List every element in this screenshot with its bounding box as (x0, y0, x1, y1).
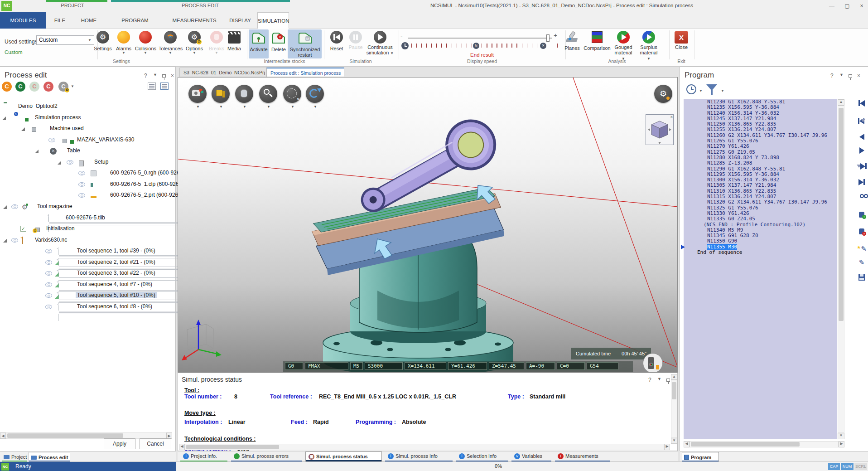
synchronized-restart-button[interactable]: M Synchronized restart (288, 29, 322, 58)
panel-tab-project[interactable]: Project (2, 452, 27, 462)
context-tab-project[interactable]: PROJECT (50, 3, 95, 8)
gcode-line[interactable]: N11340 M5 M9 (684, 228, 837, 233)
context-tab-process-edit[interactable]: PROCESS EDIT (155, 3, 246, 8)
step-forward-icon[interactable] (856, 147, 868, 159)
chevron-down-icon[interactable]: ▼ (657, 377, 661, 381)
tree-item[interactable]: Demo_Optitool2 (0, 101, 176, 112)
tree-item-label[interactable]: Initialisation (46, 225, 75, 232)
tree-item-label[interactable]: Demo_Optitool2 (18, 103, 58, 109)
chevron-down-icon[interactable]: ▼ (313, 105, 317, 109)
view-detail-icon[interactable] (160, 83, 169, 90)
chevron-down-icon[interactable]: ▼ (839, 73, 844, 77)
bottom-tab-project-info-[interactable]: iProject info. (180, 452, 227, 461)
find-in-program-icon[interactable] (856, 193, 868, 204)
tree-item-label[interactable]: MAZAK_VARIAXIS-630 (77, 136, 135, 143)
panel-tab-process-edit[interactable]: Process edit (29, 452, 70, 462)
tree-item[interactable]: Tool sequence 4, tool #7 - (0%) (0, 279, 176, 290)
tree-item[interactable]: Tool sequence 1, tool #39 - (0%) (0, 246, 176, 257)
tree-item[interactable]: Simulation process (0, 112, 176, 123)
surplus-material-button[interactable]: Surplus material ▼ (638, 29, 660, 62)
alarms-button[interactable]: Alarms▼ (113, 29, 134, 55)
planes-button[interactable]: Planes (562, 29, 583, 51)
visibility-eye-icon[interactable] (78, 171, 85, 175)
gcode-line[interactable]: N11325 G1 Y55.076 (684, 205, 837, 211)
visibility-eye-icon[interactable] (45, 271, 52, 276)
tree-item[interactable]: 600-92676-5.tlib (0, 213, 176, 223)
stock-display-icon[interactable] (212, 85, 230, 103)
tolerances-button[interactable]: Tolerances▼ (159, 29, 182, 55)
gcode-line[interactable]: N11285 Z-13.208 (684, 160, 837, 166)
cancel-button[interactable]: Cancel (140, 438, 171, 449)
panel-tab-program[interactable]: Program (682, 452, 719, 462)
tree-item-label[interactable]: Tool magazine (37, 203, 72, 209)
chevron-down-icon[interactable]: ▼ (71, 84, 74, 88)
pin-icon[interactable] (666, 377, 670, 383)
edit-program-icon[interactable]: ✎ (856, 258, 868, 270)
bottom-tab-measurements[interactable]: IMeasurements (555, 452, 610, 461)
visibility-eye-icon[interactable] (45, 293, 52, 298)
expand-arrow-icon[interactable] (2, 117, 6, 120)
tree-item-label[interactable]: Tool sequence 1, tool #39 - (0%) (77, 248, 155, 254)
tree-item[interactable]: Tool sequence 3, tool #22 - (0%) (0, 268, 176, 279)
edit-new-icon[interactable]: ★✎ (856, 245, 868, 257)
tree-item-label[interactable]: Setup (94, 159, 108, 165)
tab-display[interactable]: DISPLAY (223, 12, 257, 29)
tree-item-label[interactable]: 600-92676-5_2.prt (600-92676 (110, 192, 184, 198)
tab-home[interactable]: HOME (73, 12, 104, 29)
chevron-down-icon[interactable]: ▼ (699, 89, 703, 93)
close-icon[interactable]: × (670, 115, 673, 119)
visibility-eye-icon[interactable] (45, 260, 52, 265)
delete-stock-button[interactable]: x Delete (268, 29, 289, 52)
selection-circle-icon[interactable]: ✕ (283, 85, 301, 103)
speed-minus[interactable]: - (400, 32, 403, 39)
bottom-tab-selection-info[interactable]: iSelection info (456, 452, 508, 461)
tree-item-label[interactable]: Machine used (50, 125, 84, 131)
visibility-eye-icon[interactable] (78, 182, 85, 187)
bottom-tab-simul-process-status[interactable]: ▣Simul. process status (305, 452, 382, 461)
scroll-down-button[interactable]: ▼ (671, 438, 677, 444)
help-icon[interactable]: ? (830, 73, 834, 79)
bottom-tab-simul-process-info[interactable]: iSimul. process info (385, 452, 453, 461)
v-scrollbar-thumb[interactable] (839, 108, 844, 321)
scroll-left-button[interactable]: ◀ (0, 432, 6, 439)
h-scrollbar-thumb[interactable] (7, 433, 123, 438)
viewport-3d-scene[interactable]: ✕ ▼ ▼ ▼ ▼ ▼ ▼ ⚙ × (178, 77, 678, 373)
checkbox[interactable]: ✓ (20, 226, 26, 232)
gcode-line[interactable]: N11270 Y61.426 (684, 144, 837, 149)
scroll-left-button[interactable]: ◀ (179, 444, 185, 450)
settings-button[interactable]: ⚙ Settings (92, 29, 113, 51)
tree-item-label[interactable]: Tool sequence 2, tool #21 - (0%) (77, 259, 155, 265)
tree-item[interactable]: Tool sequence 6, tool #8 - (0%) (0, 301, 176, 312)
reset-button[interactable]: Reset (326, 29, 347, 51)
gcode-line[interactable]: N11235 X156.595 Y-36.884 (684, 105, 837, 110)
goto-first-line-icon[interactable] (856, 100, 868, 112)
snapshot-icon[interactable] (188, 85, 207, 103)
scroll-right-button[interactable]: ▶ (839, 441, 844, 447)
tab-simulation[interactable]: SIMULATION (257, 12, 289, 29)
chevron-down-icon[interactable]: ▼ (721, 89, 724, 93)
scroll-right-button[interactable]: ▶ (664, 444, 670, 450)
add-to-selection-icon[interactable]: + (856, 211, 868, 223)
gcode-line[interactable]: N11280 X168.824 Y-73.898 (684, 155, 837, 160)
tab-measurements[interactable]: MEASUREMENTS (166, 12, 223, 29)
expand-arrow-icon[interactable] (3, 205, 7, 209)
gcode-line[interactable]: N11255 X136.214 Y24.807 (684, 127, 837, 132)
gcode-line[interactable]: N11350 G90 (684, 238, 837, 244)
scroll-up-button[interactable]: ▲ (671, 374, 677, 380)
machine-status-icon[interactable] (643, 353, 663, 373)
tree-item-label[interactable]: Table (67, 147, 80, 154)
doc-tab-simulation[interactable]: Process edit : Simulation process (266, 68, 344, 77)
expand-arrow-icon[interactable] (35, 150, 39, 153)
tree-item[interactable]: Varixis630.nc (0, 235, 176, 246)
chevron-down-icon[interactable]: ▼ (291, 105, 294, 109)
gcode-listing[interactable]: N11230 G1 X162.848 Y-55.81N11235 X156.59… (684, 99, 837, 439)
scroll-left-button[interactable]: ◀ (684, 441, 690, 447)
chevron-down-icon[interactable]: ▼ (153, 73, 157, 77)
tree-item[interactable]: ✕Table (0, 146, 176, 156)
bottom-tab-simul-process-errors[interactable]: Simul. process errors (231, 452, 302, 461)
expand-arrow-icon[interactable] (58, 161, 61, 165)
gcode-line[interactable]: N11260 G2 X134.611 Y34.767 I30.147 J9.96 (684, 133, 837, 138)
navigation-cube-panel[interactable]: × (646, 114, 674, 145)
calc-options-icon[interactable]: C⚙ (58, 82, 68, 92)
recalc-icon[interactable]: C (15, 82, 25, 92)
